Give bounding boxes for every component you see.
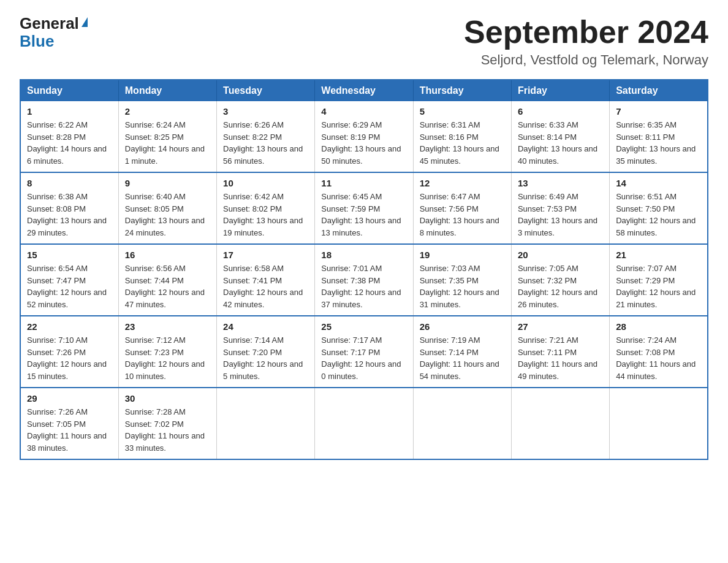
day-number: 14 <box>616 178 701 188</box>
cell-sunrise: Sunrise: 6:54 AM <box>27 264 88 273</box>
cell-sunset: Sunset: 7:59 PM <box>321 204 380 213</box>
cell-sunrise: Sunrise: 6:29 AM <box>321 120 382 129</box>
day-number: 20 <box>518 250 603 260</box>
cell-sunset: Sunset: 7:26 PM <box>27 348 86 357</box>
cell-sunrise: Sunrise: 6:38 AM <box>27 192 88 201</box>
table-row: 13 Sunrise: 6:49 AM Sunset: 7:53 PM Dayl… <box>511 172 609 244</box>
calendar-week-row: 29 Sunrise: 7:26 AM Sunset: 7:05 PM Dayl… <box>20 388 708 459</box>
day-number: 21 <box>616 250 701 260</box>
table-row: 4 Sunrise: 6:29 AM Sunset: 8:19 PM Dayli… <box>315 101 413 172</box>
cell-sunset: Sunset: 7:38 PM <box>321 276 380 285</box>
cell-daylight: Daylight: 13 hours and 40 minutes. <box>518 144 597 166</box>
cell-sunrise: Sunrise: 7:21 AM <box>518 335 578 345</box>
table-row: 5 Sunrise: 6:31 AM Sunset: 8:16 PM Dayli… <box>413 101 511 172</box>
cell-sunset: Sunset: 7:20 PM <box>223 348 282 357</box>
cell-sunset: Sunset: 8:08 PM <box>27 204 86 213</box>
cell-sunrise: Sunrise: 6:31 AM <box>420 120 480 129</box>
table-row: 12 Sunrise: 6:47 AM Sunset: 7:56 PM Dayl… <box>413 172 511 244</box>
cell-daylight: Daylight: 13 hours and 35 minutes. <box>616 144 696 166</box>
cell-sunrise: Sunrise: 7:05 AM <box>518 264 578 273</box>
table-row: 2 Sunrise: 6:24 AM Sunset: 8:25 PM Dayli… <box>118 101 216 172</box>
day-number: 25 <box>321 321 406 332</box>
cell-daylight: Daylight: 14 hours and 1 minute. <box>125 144 205 166</box>
day-number: 17 <box>223 250 308 260</box>
cell-sunrise: Sunrise: 6:35 AM <box>616 120 677 129</box>
cell-sunset: Sunset: 7:53 PM <box>518 204 577 213</box>
table-row: 18 Sunrise: 7:01 AM Sunset: 7:38 PM Dayl… <box>315 244 413 316</box>
cell-daylight: Daylight: 12 hours and 0 minutes. <box>321 359 401 381</box>
cell-daylight: Daylight: 11 hours and 33 minutes. <box>125 431 205 453</box>
cell-sunset: Sunset: 8:28 PM <box>27 132 86 142</box>
day-number: 3 <box>223 106 308 117</box>
day-number: 29 <box>27 393 112 404</box>
table-row: 11 Sunrise: 6:45 AM Sunset: 7:59 PM Dayl… <box>315 172 413 244</box>
table-row: 3 Sunrise: 6:26 AM Sunset: 8:22 PM Dayli… <box>217 101 315 172</box>
col-wednesday: Wednesday <box>315 80 413 101</box>
cell-sunset: Sunset: 7:35 PM <box>420 276 479 285</box>
day-number: 8 <box>27 178 112 188</box>
day-number: 22 <box>27 321 112 332</box>
calendar-week-row: 15 Sunrise: 6:54 AM Sunset: 7:47 PM Dayl… <box>20 244 708 316</box>
day-number: 4 <box>321 106 406 117</box>
cell-sunset: Sunset: 7:17 PM <box>321 348 380 357</box>
cell-sunrise: Sunrise: 7:12 AM <box>125 335 186 345</box>
cell-sunset: Sunset: 8:16 PM <box>420 132 479 142</box>
cell-daylight: Daylight: 11 hours and 44 minutes. <box>616 359 696 381</box>
col-sunday: Sunday <box>20 80 118 101</box>
cell-sunrise: Sunrise: 6:40 AM <box>125 192 186 201</box>
table-row: 27 Sunrise: 7:21 AM Sunset: 7:11 PM Dayl… <box>511 316 609 388</box>
day-number: 19 <box>420 250 505 260</box>
day-number: 9 <box>125 178 210 188</box>
cell-daylight: Daylight: 12 hours and 58 minutes. <box>616 216 696 237</box>
table-row <box>511 388 609 459</box>
cell-sunrise: Sunrise: 7:26 AM <box>27 407 88 416</box>
cell-daylight: Daylight: 13 hours and 50 minutes. <box>321 144 401 166</box>
day-number: 12 <box>420 178 505 188</box>
col-monday: Monday <box>118 80 216 101</box>
calendar-week-row: 22 Sunrise: 7:10 AM Sunset: 7:26 PM Dayl… <box>20 316 708 388</box>
cell-daylight: Daylight: 13 hours and 13 minutes. <box>321 216 401 237</box>
table-row: 15 Sunrise: 6:54 AM Sunset: 7:47 PM Dayl… <box>20 244 118 316</box>
page-header: General Blue September 2024 Seljord, Ves… <box>20 15 708 68</box>
table-row: 19 Sunrise: 7:03 AM Sunset: 7:35 PM Dayl… <box>413 244 511 316</box>
day-number: 10 <box>223 178 308 188</box>
table-row: 24 Sunrise: 7:14 AM Sunset: 7:20 PM Dayl… <box>217 316 315 388</box>
table-row: 23 Sunrise: 7:12 AM Sunset: 7:23 PM Dayl… <box>118 316 216 388</box>
cell-sunrise: Sunrise: 7:19 AM <box>420 335 480 345</box>
day-number: 18 <box>321 250 406 260</box>
table-row: 22 Sunrise: 7:10 AM Sunset: 7:26 PM Dayl… <box>20 316 118 388</box>
cell-sunrise: Sunrise: 6:26 AM <box>223 120 284 129</box>
table-row: 26 Sunrise: 7:19 AM Sunset: 7:14 PM Dayl… <box>413 316 511 388</box>
cell-daylight: Daylight: 12 hours and 5 minutes. <box>223 359 303 381</box>
day-number: 7 <box>616 106 701 117</box>
day-number: 23 <box>125 321 210 332</box>
cell-sunset: Sunset: 7:29 PM <box>616 276 675 285</box>
cell-sunset: Sunset: 7:41 PM <box>223 276 282 285</box>
cell-daylight: Daylight: 12 hours and 31 minutes. <box>420 288 499 309</box>
col-friday: Friday <box>511 80 609 101</box>
cell-sunset: Sunset: 7:11 PM <box>518 348 577 357</box>
cell-daylight: Daylight: 12 hours and 47 minutes. <box>125 288 205 309</box>
day-number: 16 <box>125 250 210 260</box>
cell-daylight: Daylight: 13 hours and 29 minutes. <box>27 216 107 237</box>
table-row: 21 Sunrise: 7:07 AM Sunset: 7:29 PM Dayl… <box>610 244 708 316</box>
cell-daylight: Daylight: 13 hours and 24 minutes. <box>125 216 205 237</box>
cell-sunset: Sunset: 7:50 PM <box>616 204 675 213</box>
cell-daylight: Daylight: 12 hours and 21 minutes. <box>616 288 696 309</box>
cell-sunrise: Sunrise: 7:10 AM <box>27 335 88 345</box>
table-row <box>217 388 315 459</box>
day-number: 5 <box>420 106 505 117</box>
logo-blue-text: Blue <box>20 33 54 50</box>
cell-sunrise: Sunrise: 6:42 AM <box>223 192 284 201</box>
table-row: 28 Sunrise: 7:24 AM Sunset: 7:08 PM Dayl… <box>610 316 708 388</box>
cell-daylight: Daylight: 12 hours and 26 minutes. <box>518 288 597 309</box>
cell-sunset: Sunset: 8:05 PM <box>125 204 184 213</box>
cell-sunset: Sunset: 7:23 PM <box>125 348 184 357</box>
cell-daylight: Daylight: 12 hours and 37 minutes. <box>321 288 401 309</box>
calendar-header-row: Sunday Monday Tuesday Wednesday Thursday… <box>20 80 708 101</box>
col-saturday: Saturday <box>610 80 708 101</box>
cell-sunset: Sunset: 8:19 PM <box>321 132 380 142</box>
cell-daylight: Daylight: 13 hours and 45 minutes. <box>420 144 499 166</box>
cell-daylight: Daylight: 11 hours and 49 minutes. <box>518 359 597 381</box>
table-row: 6 Sunrise: 6:33 AM Sunset: 8:14 PM Dayli… <box>511 101 609 172</box>
